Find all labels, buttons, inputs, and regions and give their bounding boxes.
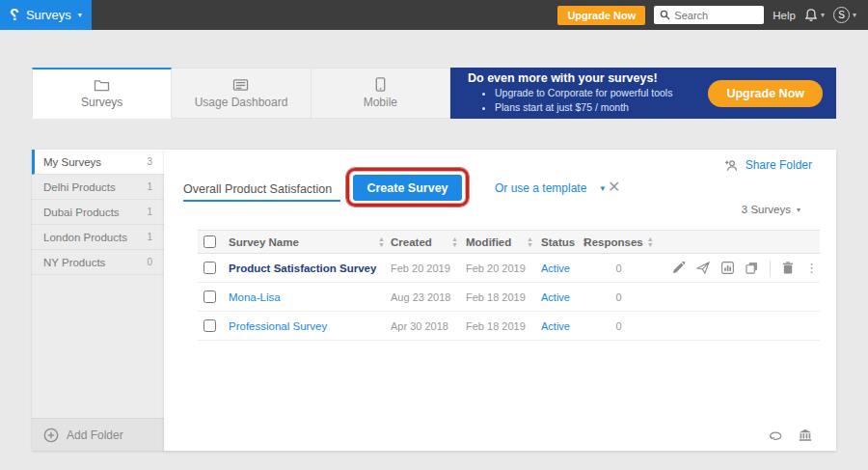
edit-icon[interactable]: [672, 262, 685, 274]
survey-name-link[interactable]: Product Satisfaction Survey: [229, 263, 376, 274]
chevron-down-icon: ▾: [853, 11, 856, 19]
sidebar-item-london-products[interactable]: London Products 1: [32, 225, 164, 250]
modified-date: Feb 20 2019: [466, 263, 526, 274]
column-header: Modified: [466, 236, 511, 248]
sidebar-item-delhi-products[interactable]: Delhi Products 1: [32, 175, 164, 200]
bell-icon: [804, 8, 818, 22]
sidebar-item-dubai-products[interactable]: Dubai Products 1: [32, 200, 164, 225]
create-survey-button[interactable]: Create Survey: [353, 175, 462, 201]
search-input[interactable]: [674, 10, 758, 21]
notifications-menu[interactable]: ▾: [804, 8, 825, 22]
table-row: Professional Survey Apr 30 2018 Feb 18 2…: [198, 312, 820, 341]
modified-date: Feb 18 2019: [466, 320, 526, 332]
brand-logo-icon: ?: [10, 7, 19, 24]
use-template-link[interactable]: Or use a template ▾: [495, 181, 605, 195]
top-bar: ? Surveys ▾ Upgrade Now Help: [0, 0, 868, 30]
row-checkbox[interactable]: [203, 262, 216, 274]
surveys-count-label: 3 Surveys: [742, 204, 791, 215]
send-icon[interactable]: [696, 262, 710, 274]
plus-circle-icon: [43, 428, 59, 443]
help-link[interactable]: Help: [773, 10, 796, 21]
product-menu[interactable]: ? Surveys ▾: [0, 0, 92, 30]
folder-label: Dubai Products: [43, 207, 120, 218]
promo-bullets: Upgrade to Corporate for powerful tools …: [468, 86, 672, 114]
status-badge[interactable]: Active: [541, 291, 570, 303]
promo-upgrade-button[interactable]: Upgrade Now: [708, 80, 823, 107]
folders-sidebar: My Surveys 3 Delhi Products 1 Dubai Prod…: [32, 150, 164, 451]
restore-icon[interactable]: [768, 429, 783, 441]
dashboard-icon: [232, 78, 249, 92]
search-box[interactable]: [654, 6, 764, 24]
responses-count: 0: [615, 320, 621, 332]
responses-count: 0: [615, 263, 621, 274]
column-header: Survey Name: [229, 236, 299, 248]
close-icon[interactable]: ✕: [608, 178, 620, 196]
select-all-checkbox[interactable]: [203, 235, 216, 248]
section-tabs: Surveys Usage Dashboard Mobile: [32, 68, 450, 119]
folder-count: 1: [147, 232, 152, 242]
archive-bank-icon[interactable]: [799, 429, 812, 442]
status-badge[interactable]: Active: [541, 320, 570, 332]
sort-icon[interactable]: ▲▼: [451, 236, 458, 247]
folder-count: 0: [147, 257, 152, 267]
product-menu-label: Surveys: [26, 8, 71, 22]
promo-text: Do even more with your surveys! Upgrade …: [450, 71, 672, 114]
folder-label: NY Products: [43, 257, 105, 268]
column-header: Responses: [583, 236, 642, 248]
created-date: Aug 23 2018: [391, 291, 450, 303]
tab-mobile[interactable]: Mobile: [312, 68, 450, 119]
table-header-row: Survey Name ▲▼ Created ▲▼ Modified ▲▼ St…: [198, 230, 820, 254]
survey-name-input[interactable]: [183, 179, 340, 202]
share-folder-label: Share Folder: [746, 158, 812, 172]
account-menu[interactable]: S ▾: [833, 7, 856, 23]
tab-label: Usage Dashboard: [195, 96, 288, 109]
promo-bullet: Plans start at just $75 / month: [495, 100, 672, 115]
use-template-label: Or use a template: [495, 181, 586, 195]
folder-label: Delhi Products: [43, 181, 116, 193]
add-person-icon: [724, 159, 740, 172]
mobile-icon: [375, 77, 386, 92]
folder-label: My Surveys: [43, 156, 101, 168]
report-chart-icon[interactable]: [721, 262, 734, 274]
sidebar-item-ny-products[interactable]: NY Products 0: [32, 250, 164, 275]
column-header: Created: [391, 236, 432, 248]
tab-label: Mobile: [364, 96, 397, 109]
folder-icon: [94, 78, 110, 92]
folder-count: 1: [147, 207, 152, 217]
panel-footer-icons: [768, 429, 812, 442]
sort-icon[interactable]: ▲▼: [527, 236, 533, 247]
tab-label: Surveys: [81, 96, 122, 109]
folder-count: 1: [147, 181, 152, 192]
row-checkbox[interactable]: [203, 319, 216, 332]
avatar: S: [833, 7, 850, 23]
chevron-down-icon: ▾: [797, 206, 800, 214]
more-options-icon[interactable]: ⋮: [805, 261, 818, 275]
promo-banner: Do even more with your surveys! Upgrade …: [450, 68, 836, 119]
status-badge[interactable]: Active: [541, 263, 570, 274]
responses-count: 0: [615, 291, 621, 303]
surveys-count-dropdown[interactable]: 3 Surveys ▾: [742, 204, 800, 215]
tab-usage-dashboard[interactable]: Usage Dashboard: [172, 68, 311, 119]
surveys-table: Survey Name ▲▼ Created ▲▼ Modified ▲▼ St…: [198, 230, 820, 341]
sort-icon[interactable]: ▲▼: [378, 236, 385, 247]
search-icon: [660, 10, 670, 20]
copy-icon[interactable]: [746, 262, 758, 274]
sort-icon[interactable]: ▲▼: [647, 236, 654, 247]
table-row: Product Satisfaction Survey Feb 20 2019 …: [198, 254, 820, 283]
delete-icon[interactable]: [782, 262, 794, 274]
chevron-down-icon: ▾: [821, 11, 825, 19]
upgrade-now-button[interactable]: Upgrade Now: [557, 6, 645, 25]
promo-bullet: Upgrade to Corporate for powerful tools: [495, 86, 672, 100]
add-folder-label: Add Folder: [67, 429, 123, 442]
chevron-down-icon: ▾: [600, 183, 605, 193]
app-root: ? Surveys ▾ Upgrade Now Help: [0, 0, 868, 470]
share-folder-button[interactable]: Share Folder: [724, 158, 812, 172]
topbar-right-group: Upgrade Now Help ▾: [557, 6, 868, 25]
tab-surveys[interactable]: Surveys: [32, 68, 172, 119]
row-checkbox[interactable]: [203, 290, 216, 303]
sidebar-item-my-surveys[interactable]: My Surveys 3: [32, 150, 164, 175]
survey-name-link[interactable]: Mona-Lisa: [229, 291, 281, 303]
survey-name-link[interactable]: Professional Survey: [229, 320, 327, 332]
add-folder-button[interactable]: Add Folder: [32, 418, 164, 451]
modified-date: Feb 18 2019: [466, 291, 526, 303]
